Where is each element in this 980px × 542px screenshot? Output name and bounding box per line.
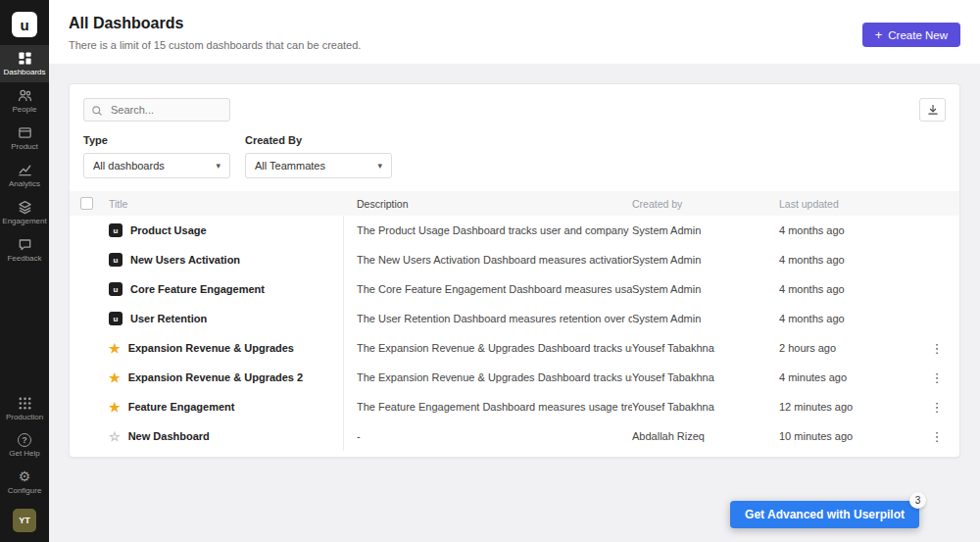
dashboard-last-updated: 2 hours ago bbox=[779, 333, 914, 363]
dashboard-title: Expansion Revenue & Upgrades 2 bbox=[128, 371, 304, 383]
sidebar-item-label: Get Help bbox=[9, 450, 40, 458]
search-input[interactable] bbox=[83, 98, 230, 122]
sidebar-item-configure[interactable]: ⚙ Configure bbox=[0, 464, 49, 501]
dashboards-table: Title Description Created by Last update… bbox=[70, 191, 959, 451]
sidebar-item-production[interactable]: Production bbox=[0, 390, 49, 427]
main-content: All Dashboards There is a limit of 15 cu… bbox=[49, 0, 980, 542]
table-row[interactable]: u User Retention The User Retention Dash… bbox=[70, 304, 959, 333]
sidebar-item-people[interactable]: People bbox=[0, 82, 49, 120]
download-button[interactable] bbox=[919, 98, 946, 122]
dashboard-title: Expansion Revenue & Upgrades bbox=[128, 342, 294, 354]
select-all-checkbox[interactable] bbox=[80, 197, 93, 210]
sidebar-item-engagement[interactable]: Engagement bbox=[0, 194, 49, 231]
notification-badge: 3 bbox=[909, 492, 926, 509]
dashboard-description: The Core Feature Engagement Dashboard me… bbox=[344, 274, 632, 304]
analytics-icon bbox=[18, 163, 32, 177]
dashboard-created-by: Abdallah Rizeq bbox=[632, 421, 779, 451]
sidebar-item-get-help[interactable]: ? Get Help bbox=[0, 427, 49, 464]
download-icon bbox=[927, 104, 939, 116]
plus-icon: + bbox=[875, 28, 883, 41]
table-row[interactable]: u Core Feature Engagement The Core Featu… bbox=[70, 274, 959, 304]
kebab-menu-icon[interactable]: ⋮ bbox=[923, 339, 952, 358]
kebab-menu-icon[interactable]: ⋮ bbox=[923, 369, 952, 387]
userpilot-logo-letter: u bbox=[20, 17, 28, 33]
created-by-filter-select[interactable]: All Teammates ▾ bbox=[245, 153, 392, 178]
page-subtitle: There is a limit of 15 custom dashboards… bbox=[69, 39, 960, 51]
sidebar-item-label: People bbox=[13, 106, 37, 114]
userpilot-logo[interactable]: u bbox=[12, 12, 37, 37]
chevron-down-icon: ▾ bbox=[377, 161, 382, 171]
table-row[interactable]: ★ Expansion Revenue & Upgrades The Expan… bbox=[70, 333, 959, 363]
star-filled-icon[interactable]: ★ bbox=[109, 371, 121, 384]
dashboard-title: New Users Activation bbox=[130, 254, 240, 266]
table-header: Title Description Created by Last update… bbox=[70, 191, 959, 216]
dashboard-description: The Feature Engagement Dashboard measure… bbox=[344, 392, 632, 421]
userpilot-dashboard-icon: u bbox=[109, 282, 122, 296]
dashboard-last-updated: 4 months ago bbox=[779, 274, 914, 304]
type-filter: Type All dashboards ▾ bbox=[83, 134, 230, 178]
userpilot-dashboard-icon: u bbox=[109, 223, 122, 237]
search-icon bbox=[91, 103, 103, 121]
get-advanced-label: Get Advanced with Userpilot bbox=[745, 508, 905, 521]
column-header-title: Title bbox=[109, 191, 344, 216]
production-icon bbox=[18, 396, 32, 411]
dashboard-title: User Retention bbox=[130, 313, 207, 324]
sidebar-item-label: Engagement bbox=[2, 218, 46, 225]
dashboard-last-updated: 12 minutes ago bbox=[779, 392, 914, 421]
table-row[interactable]: ★ Expansion Revenue & Upgrades 2 The Exp… bbox=[70, 363, 959, 392]
table-row[interactable]: ☆ New Dashboard - Abdallah Rizeq 10 minu… bbox=[70, 421, 959, 451]
create-new-button[interactable]: + Create New bbox=[862, 23, 960, 47]
kebab-menu-icon[interactable]: ⋮ bbox=[923, 427, 952, 446]
type-filter-select[interactable]: All dashboards ▾ bbox=[83, 153, 230, 178]
sidebar-item-label: Production bbox=[6, 414, 43, 421]
dashboard-description: The Expansion Revenue & Upgrades Dashboa… bbox=[344, 333, 632, 363]
dashboard-description: The User Retention Dashboard measures re… bbox=[344, 304, 632, 333]
user-avatar[interactable]: YT bbox=[13, 509, 36, 532]
column-header-description: Description bbox=[344, 191, 632, 216]
dashboard-created-by: System Admin bbox=[632, 304, 779, 333]
type-filter-value: All dashboards bbox=[93, 160, 165, 172]
dashboard-description: - bbox=[344, 421, 632, 451]
sidebar-item-label: Product bbox=[11, 143, 38, 151]
dashboard-created-by: Yousef Tabakhna bbox=[632, 333, 779, 363]
table-row[interactable]: u New Users Activation The New Users Act… bbox=[70, 245, 959, 274]
dashboard-last-updated: 10 minutes ago bbox=[779, 421, 914, 451]
star-filled-icon[interactable]: ★ bbox=[109, 401, 121, 414]
sidebar-item-feedback[interactable]: Feedback bbox=[0, 231, 49, 269]
gear-icon: ⚙ bbox=[19, 469, 31, 484]
column-header-last-updated: Last updated bbox=[779, 191, 914, 216]
created-by-filter-label: Created By bbox=[245, 134, 392, 146]
column-header-created-by: Created by bbox=[632, 191, 779, 216]
star-outline-icon[interactable]: ☆ bbox=[109, 430, 121, 443]
star-filled-icon[interactable]: ★ bbox=[109, 342, 121, 355]
type-filter-label: Type bbox=[83, 134, 230, 146]
created-by-filter-value: All Teammates bbox=[255, 160, 325, 172]
dashboard-created-by: System Admin bbox=[632, 245, 779, 274]
dashboards-icon bbox=[18, 51, 32, 66]
help-icon: ? bbox=[18, 433, 31, 447]
dashboard-description: The Expansion Revenue & Upgrades Dashboa… bbox=[344, 363, 632, 392]
dashboard-title: Core Feature Engagement bbox=[130, 283, 265, 295]
feedback-icon bbox=[18, 237, 32, 252]
get-advanced-button[interactable]: Get Advanced with Userpilot 3 bbox=[730, 501, 919, 528]
engagement-icon bbox=[18, 200, 32, 215]
sidebar-item-label: Analytics bbox=[9, 180, 40, 188]
dashboard-title: Product Usage bbox=[130, 224, 207, 236]
sidebar-item-product[interactable]: Product bbox=[0, 120, 49, 157]
created-by-filter: Created By All Teammates ▾ bbox=[245, 134, 392, 178]
avatar-initials: YT bbox=[19, 516, 30, 525]
dashboard-created-by: System Admin bbox=[632, 216, 779, 245]
card-toolbar: Type All dashboards ▾ Created By All Tea… bbox=[70, 84, 959, 178]
search-wrap bbox=[83, 98, 230, 122]
table-row[interactable]: ★ Feature Engagement The Feature Engagem… bbox=[70, 392, 959, 421]
table-row[interactable]: u Product Usage The Product Usage Dashbo… bbox=[70, 216, 959, 245]
sidebar-item-label: Feedback bbox=[7, 255, 41, 263]
kebab-menu-icon[interactable]: ⋮ bbox=[923, 398, 952, 417]
sidebar-item-label: Dashboards bbox=[3, 69, 45, 76]
userpilot-dashboard-icon: u bbox=[109, 253, 122, 267]
sidebar-item-dashboards[interactable]: Dashboards bbox=[0, 45, 49, 82]
dashboard-description: The New Users Activation Dashboard measu… bbox=[344, 245, 632, 274]
dashboard-created-by: Yousef Tabakhna bbox=[632, 363, 779, 392]
sidebar-item-analytics[interactable]: Analytics bbox=[0, 157, 49, 194]
dashboard-created-by: System Admin bbox=[632, 274, 779, 304]
